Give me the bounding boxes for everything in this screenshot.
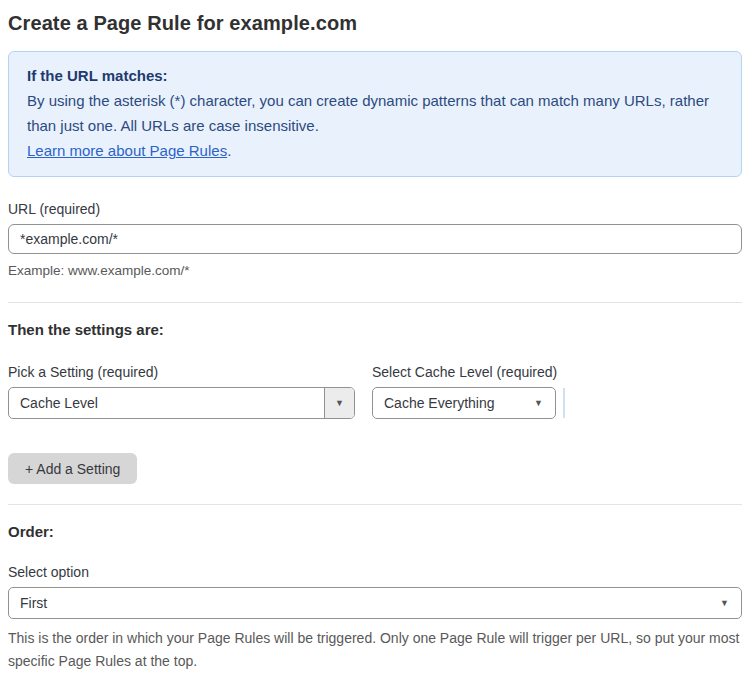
add-setting-row: + Add a Setting (8, 453, 742, 484)
order-select-label: Select option (8, 564, 742, 580)
order-select-value: First (9, 595, 720, 611)
chevron-down-icon: ▼ (534, 399, 555, 408)
page-rule-form: Create a Page Rule for example.com If th… (0, 0, 750, 691)
settings-columns: Pick a Setting (required) Cache Level ▼ … (8, 364, 742, 419)
url-example-hint: Example: www.example.com/* (8, 260, 742, 282)
info-box-heading: If the URL matches: (27, 63, 723, 88)
info-box-body: By using the asterisk (*) character, you… (27, 88, 723, 138)
url-match-info-box: If the URL matches: By using the asteris… (8, 51, 742, 177)
focus-caret (563, 388, 565, 418)
pick-setting-label: Pick a Setting (required) (8, 364, 355, 380)
setting-column: Pick a Setting (required) Cache Level ▼ (8, 364, 355, 419)
url-field-label: URL (required) (8, 201, 742, 217)
add-setting-button[interactable]: + Add a Setting (8, 453, 137, 484)
url-input[interactable] (8, 224, 742, 254)
divider (8, 302, 742, 303)
cache-level-value: Cache Everything (373, 395, 534, 411)
order-select[interactable]: First ▼ (8, 587, 742, 619)
page-title: Create a Page Rule for example.com (8, 12, 742, 35)
order-section-heading: Order: (8, 523, 742, 540)
dropdown-arrow-button[interactable]: ▼ (324, 388, 354, 418)
pick-setting-select[interactable]: Cache Level ▼ (8, 387, 355, 419)
cache-level-select[interactable]: Cache Everything ▼ (372, 387, 556, 419)
learn-more-link[interactable]: Learn more about Page Rules (27, 142, 227, 159)
link-period: . (227, 142, 231, 159)
info-link-row: Learn more about Page Rules. (27, 138, 723, 163)
chevron-down-icon: ▼ (720, 599, 741, 608)
pick-setting-value: Cache Level (9, 395, 324, 411)
settings-section-heading: Then the settings are: (8, 321, 742, 338)
cache-level-label: Select Cache Level (required) (372, 364, 565, 380)
divider (8, 504, 742, 505)
cache-level-column: Select Cache Level (required) Cache Ever… (372, 364, 565, 419)
order-hint: This is the order in which your Page Rul… (8, 627, 742, 673)
chevron-down-icon: ▼ (335, 399, 344, 408)
